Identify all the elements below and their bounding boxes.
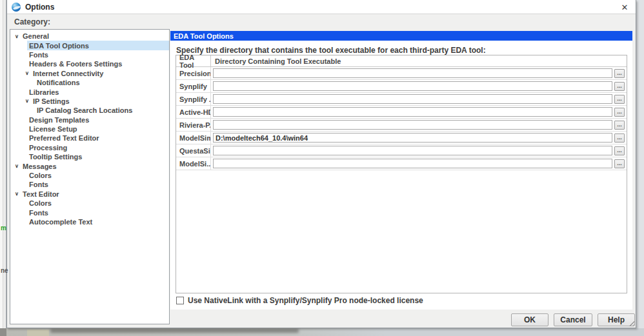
nativelink-checkbox-row: Use NativeLink with a Synplify/Synplify … [176, 296, 423, 305]
browse-button[interactable]: ... [614, 69, 625, 78]
tree-item-label: IP Settings [33, 97, 70, 105]
directory-input[interactable] [213, 107, 612, 117]
browse-button[interactable]: ... [614, 95, 625, 104]
tool-name: ModelSi... [176, 157, 211, 170]
browse-button[interactable]: ... [614, 82, 625, 91]
table-row-modelsim: ModelSim ... [176, 132, 627, 144]
chevron-down-icon[interactable]: ∨ [25, 98, 33, 104]
background-blurred-text [50, 329, 299, 333]
table-row-precision: Precision ... ... [176, 67, 627, 80]
eda-tool-options-panel: EDA Tool Options Specify the directory t… [170, 31, 632, 310]
sidebar-item-messages[interactable]: ∨ Messages [10, 161, 169, 170]
tree-item-label: Headers & Footers Settings [29, 60, 122, 68]
options-dialog: Options ✕ Category: ∨ General EDA Tool O… [6, 0, 636, 328]
background-khaki-block [27, 330, 49, 336]
sidebar-item-general[interactable]: ∨ General [10, 32, 169, 41]
sidebar-item-ip-catalog-search[interactable]: IP Catalog Search Locations [10, 106, 169, 115]
tree-item-label: Internet Connectivity [33, 70, 103, 77]
tree-item-label: Fonts [29, 209, 48, 217]
nativelink-checkbox[interactable] [176, 297, 184, 304]
chevron-down-icon[interactable]: ∨ [15, 34, 23, 39]
tree-item-label: Processing [29, 144, 67, 152]
sidebar-item-fonts[interactable]: Fonts [10, 50, 169, 59]
sidebar-item-libraries[interactable]: Libraries [10, 87, 169, 96]
nativelink-checkbox-label: Use NativeLink with a Synplify/Synplify … [188, 296, 423, 305]
screen: m ne Options ✕ Category: ∨ General EDA T… [0, 0, 644, 336]
sidebar-item-processing[interactable]: Processing [10, 143, 169, 152]
sidebar-item-autocomplete-text[interactable]: Autocomplete Text [10, 217, 169, 226]
sidebar-item-text-editor-colors[interactable]: Colors [10, 199, 169, 208]
sidebar-item-eda-tool-options[interactable]: EDA Tool Options [27, 41, 169, 50]
tool-name: ModelSim [176, 132, 211, 144]
category-tree: ∨ General EDA Tool Options Fonts Headers… [10, 29, 170, 324]
tree-item-label: Text Editor [23, 190, 59, 198]
tree-item-label: Autocomplete Text [29, 218, 92, 226]
resize-grip[interactable] [629, 321, 634, 326]
tree-item-label: License Setup [29, 125, 77, 133]
tool-name: Riviera-P... [176, 119, 211, 131]
sidebar-item-messages-colors[interactable]: Colors [10, 171, 169, 180]
tree-item-label: Notifications [37, 79, 80, 86]
directory-input[interactable] [213, 120, 612, 130]
ok-button[interactable]: OK [511, 313, 548, 326]
tree-item-label: Design Templates [29, 116, 89, 124]
sidebar-item-notifications[interactable]: Notifications [10, 78, 169, 87]
tree-item-label: Fonts [29, 181, 48, 188]
title-bar: Options ✕ [7, 0, 636, 14]
directory-input[interactable] [213, 81, 612, 91]
table-row-riviera-pro: Riviera-P... ... [176, 119, 627, 132]
browse-button[interactable]: ... [614, 159, 625, 168]
browse-button[interactable]: ... [614, 108, 625, 117]
browse-button[interactable]: ... [614, 146, 625, 155]
browse-button[interactable]: ... [614, 133, 625, 143]
directory-input[interactable] [213, 133, 612, 143]
tree-item-label: Tooltip Settings [29, 153, 82, 161]
table-row-modelsim-altera: ModelSi... ... [176, 157, 627, 170]
column-header-directory: Directory Containing Tool Executable [211, 57, 341, 65]
tree-item-label: Preferred Text Editor [29, 134, 99, 142]
sidebar-item-internet-connectivity[interactable]: ∨ Internet Connectivity [10, 69, 169, 78]
browse-button[interactable]: ... [614, 121, 625, 130]
sidebar-item-text-editor[interactable]: ∨ Text Editor [10, 190, 169, 199]
background-window-sliver: m ne [0, 0, 6, 328]
sidebar-item-tooltip-settings[interactable]: Tooltip Settings [10, 152, 169, 161]
chevron-down-icon[interactable]: ∨ [15, 191, 23, 197]
panel-title: EDA Tool Options [170, 31, 632, 41]
sidebar-item-design-templates[interactable]: Design Templates [10, 115, 169, 124]
sidebar-item-text-editor-fonts[interactable]: Fonts [10, 208, 169, 217]
tree-item-label: Fonts [29, 51, 48, 59]
table-row-synplify-pro: Synplify ... ... [176, 93, 627, 106]
tool-name: Synplify [176, 80, 211, 92]
panel-description: Specify the directory that contains the … [176, 46, 632, 55]
chevron-down-icon[interactable]: ∨ [15, 163, 23, 169]
tree-item-label: Colors [29, 172, 52, 179]
close-icon[interactable]: ✕ [619, 1, 630, 13]
tree-item-label: EDA Tool Options [29, 42, 89, 50]
category-label: Category: [14, 17, 50, 26]
tree-item-label: Libraries [29, 88, 59, 96]
tree-item-label: General [23, 32, 49, 40]
sidebar-item-messages-fonts[interactable]: Fonts [10, 180, 169, 189]
background-bottom-strip [0, 328, 644, 336]
cancel-button[interactable]: Cancel [554, 313, 592, 326]
sidebar-item-ip-settings[interactable]: ∨ IP Settings [10, 97, 169, 106]
table-row-synplify: Synplify ... [176, 80, 627, 93]
sidebar-item-headers-footers[interactable]: Headers & Footers Settings [10, 59, 169, 68]
directory-input[interactable] [213, 146, 612, 155]
tool-name: Synplify ... [176, 93, 211, 105]
quartus-logo-icon [12, 3, 21, 12]
tree-item-label: Colors [29, 199, 52, 207]
table-row-questasim: QuestaSim ... [176, 144, 627, 157]
directory-input[interactable] [213, 159, 612, 168]
window-title: Options [25, 3, 54, 12]
directory-input[interactable] [213, 94, 612, 104]
eda-tool-table: EDA Tool Directory Containing Tool Execu… [176, 55, 627, 293]
sidebar-item-license-setup[interactable]: License Setup [10, 124, 169, 133]
sidebar-item-preferred-text-editor[interactable]: Preferred Text Editor [10, 133, 169, 143]
background-text-fragment: ne [1, 267, 8, 274]
background-scrollbar [3, 0, 6, 328]
directory-input[interactable] [213, 68, 612, 78]
chevron-down-icon[interactable]: ∨ [25, 70, 33, 76]
tool-name: Active-HDL [176, 106, 211, 118]
table-row-active-hdl: Active-HDL ... [176, 106, 627, 119]
